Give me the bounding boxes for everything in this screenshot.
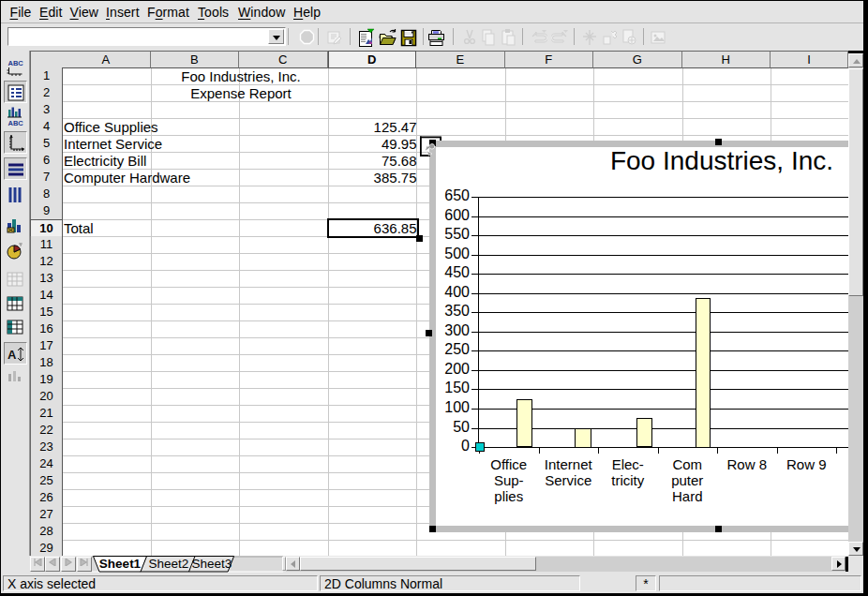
- svg-text:A: A: [7, 348, 17, 362]
- svg-text:ABC: ABC: [8, 119, 24, 127]
- svg-text:Sheet3: Sheet3: [192, 557, 232, 571]
- svg-text:Sheet1: Sheet1: [99, 557, 142, 571]
- svg-text:ABC: ABC: [8, 59, 24, 67]
- svg-text:Sheet2: Sheet2: [149, 557, 189, 571]
